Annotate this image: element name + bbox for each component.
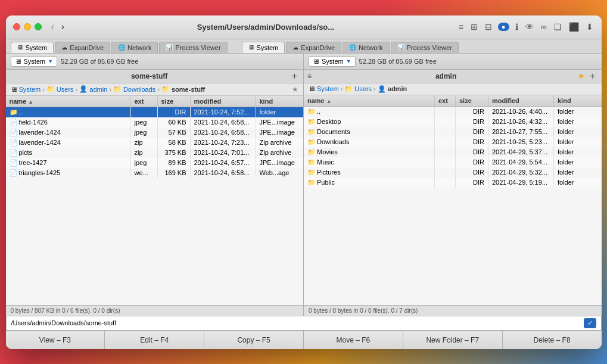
close-button[interactable] <box>13 23 20 30</box>
path-confirm-button[interactable]: ✓ <box>584 318 596 328</box>
right-cell-size: DIR <box>456 127 488 137</box>
right-table-row[interactable]: 📁Desktop DIR 2021-10-26, 4:32... folder <box>304 117 602 127</box>
tab-system-right[interactable]: 🖥 System <box>242 42 285 53</box>
maximize-button[interactable] <box>35 23 42 30</box>
left-table-row[interactable]: 📄lavender-1424 zip 58 KB 2021-10-24, 7:2… <box>6 138 304 148</box>
right-disk-selector[interactable]: 🖥 System ▼ <box>309 56 356 67</box>
left-col-kind[interactable]: kind <box>256 96 303 107</box>
left-panel-title: some-stuff <box>10 72 290 80</box>
left-bc-admin[interactable]: admin <box>89 86 107 93</box>
left-cell-size: 58 KB <box>157 138 190 148</box>
left-bc-some-stuff[interactable]: some-stuff <box>172 86 205 93</box>
left-cell-kind: JPE...image <box>256 127 303 138</box>
left-panel-tab-bar: some-stuff + <box>6 70 304 83</box>
right-table-row[interactable]: 📁Music DIR 2021-04-29, 5:54... folder <box>304 157 602 167</box>
expandrive-icon-right: ☁ <box>292 44 298 51</box>
left-table-row[interactable]: 📄picts zip 375 KB 2021-10-24, 7:01... Zi… <box>6 148 304 158</box>
right-cell-kind: folder <box>554 127 602 137</box>
left-bc-downloads[interactable]: Downloads <box>123 86 155 93</box>
left-col-ext[interactable]: ext <box>130 96 157 107</box>
tab-system-left-label: System <box>26 44 48 51</box>
right-table-row[interactable]: 📁Pictures DIR 2021-04-29, 5:32... folder <box>304 167 602 178</box>
left-cell-modified: 2021-10-24, 6:58... <box>190 117 256 127</box>
left-table-row[interactable]: 📄tree-1427 jpeg 89 KB 2021-10-24, 6:57..… <box>6 158 304 168</box>
list-view-icon[interactable]: ≡ <box>457 21 465 33</box>
eye-icon[interactable]: 👁 <box>524 21 535 33</box>
right-bc-admin[interactable]: admin <box>388 85 407 92</box>
move-button[interactable]: Move – F6 <box>304 331 403 349</box>
left-bc-users[interactable]: Users <box>57 86 74 93</box>
nav-buttons: ‹ › <box>49 20 67 33</box>
left-table-row[interactable]: 📁.. DIR 2021-10-24, 7:52... folder <box>6 107 304 117</box>
edit-button[interactable]: Edit – F4 <box>105 331 204 349</box>
right-panel-list-icon[interactable]: ≡ <box>307 72 312 80</box>
left-panel-header: 🖥 System ▼ 52.28 GB of 85.69 GB free <box>6 54 304 70</box>
tab-processviewer-right[interactable]: 📊 Process Viewer <box>391 42 459 53</box>
left-panel-add-button[interactable]: + <box>290 71 300 82</box>
right-cell-size: DIR <box>456 157 488 167</box>
tab-network-left[interactable]: 🌐 Network <box>111 42 158 53</box>
tab-system-left[interactable]: 🖥 System <box>11 42 54 53</box>
right-panel-star-icon[interactable]: ★ <box>578 71 585 80</box>
left-cell-ext: jpeg <box>130 127 157 138</box>
left-bc-star-icon[interactable]: ★ <box>292 85 298 94</box>
new-folder-button[interactable]: New Folder – F7 <box>403 331 503 349</box>
columns-view-icon[interactable]: ⊟ <box>484 21 493 33</box>
left-table-row[interactable]: 📄lavender-1424 jpeg 57 KB 2021-10-24, 6:… <box>6 127 304 138</box>
minimize-button[interactable] <box>24 23 31 30</box>
bottom-toolbar: View – F3 Edit – F4 Copy – F5 Move – F6 … <box>6 331 602 349</box>
panel-icon[interactable]: ❑ <box>553 21 563 33</box>
right-bc-users[interactable]: Users <box>354 85 372 92</box>
delete-button[interactable]: Delete – F8 <box>503 331 602 349</box>
nav-forward-button[interactable]: › <box>59 20 67 33</box>
toolbar-icons: ≡ ⊞ ⊟ ● ℹ 👁 ∞ ❑ ⬛ ⬇ <box>457 21 594 33</box>
left-breadcrumb: 🖥 System › 📁 Users › 👤 admin › 📁 Downloa… <box>6 83 304 96</box>
left-cell-ext: we... <box>130 168 157 178</box>
left-cell-modified: 2021-10-24, 7:52... <box>190 107 256 117</box>
right-cell-name: 📁Movies <box>304 147 435 157</box>
tab-network-right[interactable]: 🌐 Network <box>343 42 389 53</box>
left-col-name[interactable]: name ▲ <box>6 96 131 107</box>
right-bc-system[interactable]: System <box>317 85 339 92</box>
right-panel-add-button[interactable]: + <box>587 71 597 82</box>
left-cell-kind: Zip archive <box>256 138 303 148</box>
info-icon[interactable]: ℹ <box>514 21 519 33</box>
left-bc-system[interactable]: System <box>19 86 41 93</box>
left-cell-ext: zip <box>130 148 157 158</box>
tab-expandrive-right-label: ExpanDrive <box>301 44 335 51</box>
tab-expandrive-right[interactable]: ☁ ExpanDrive <box>286 42 341 53</box>
right-table-row[interactable]: 📁Documents DIR 2021-10-27, 7:55... folde… <box>304 127 602 137</box>
right-table-row[interactable]: 📁.. DIR 2021-10-26, 4:40... folder <box>304 106 602 117</box>
right-table-row[interactable]: 📁Public DIR 2021-04-29, 5:19... folder <box>304 178 602 188</box>
view-button[interactable]: View – F3 <box>6 331 105 349</box>
link-icon[interactable]: ∞ <box>540 21 548 33</box>
tab-expandrive-left[interactable]: ☁ ExpanDrive <box>55 42 110 53</box>
copy-button[interactable]: Copy – F5 <box>204 331 304 349</box>
right-breadcrumb: 🖥 System › 📁 Users › 👤 admin <box>304 83 602 95</box>
tab-processviewer-left[interactable]: 📊 Process Viewer <box>159 42 227 53</box>
right-table-row[interactable]: 📁Movies DIR 2021-04-29, 5:37... folder <box>304 147 602 157</box>
right-col-name[interactable]: name ▲ <box>304 95 435 107</box>
left-cell-size: 57 KB <box>157 127 190 138</box>
titlebar: ‹ › System/Users/admin/Downloads/so... ≡… <box>6 15 602 39</box>
right-col-kind[interactable]: kind <box>554 95 602 107</box>
toggle-icon[interactable]: ● <box>498 23 509 31</box>
download-icon[interactable]: ⬇ <box>585 21 594 33</box>
left-table-row[interactable]: 📄field-1426 jpeg 60 KB 2021-10-24, 6:58.… <box>6 117 304 127</box>
window-title: System/Users/admin/Downloads/so... <box>74 23 457 32</box>
left-table-row[interactable]: 📄triangles-1425 we... 169 KB 2021-10-24,… <box>6 168 304 178</box>
left-cell-name: 📄triangles-1425 <box>6 168 131 178</box>
grid-view-icon[interactable]: ⊞ <box>469 21 479 33</box>
left-disk-selector[interactable]: 🖥 System ▼ <box>11 56 58 67</box>
square-icon[interactable]: ⬛ <box>568 21 580 33</box>
left-cell-name: 📄lavender-1424 <box>6 127 131 138</box>
right-col-ext[interactable]: ext <box>435 95 456 107</box>
right-col-modified[interactable]: modified <box>488 95 554 107</box>
left-col-modified[interactable]: modified <box>190 96 256 107</box>
nav-back-button[interactable]: ‹ <box>49 20 57 33</box>
right-file-table: name ▲ ext size modified kind 📁.. DIR 20… <box>304 95 602 305</box>
right-col-size[interactable]: size <box>456 95 488 107</box>
right-table-row[interactable]: 📁Downloads DIR 2021-10-25, 5:23... folde… <box>304 137 602 147</box>
path-input[interactable] <box>11 319 584 326</box>
left-col-size[interactable]: size <box>157 96 190 107</box>
